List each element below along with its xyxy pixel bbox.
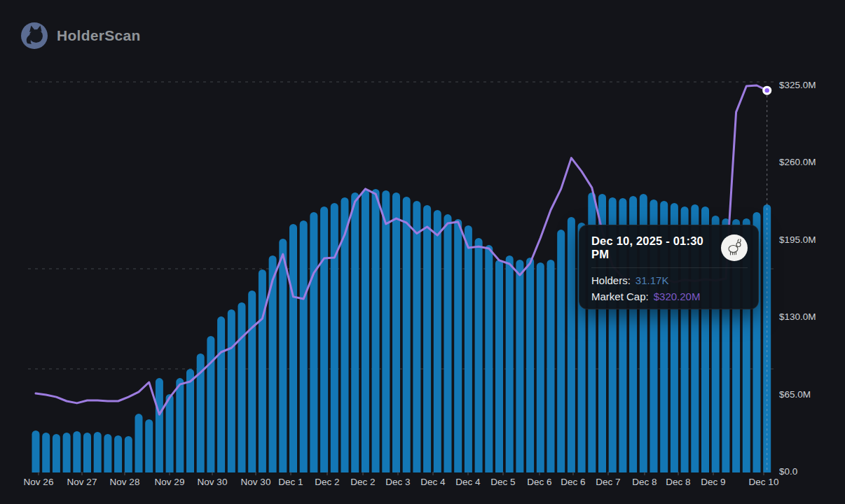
holders-bar[interactable] [526,258,534,478]
holders-bar[interactable] [434,210,441,478]
holders-bar[interactable] [279,239,287,478]
token-badge [721,234,748,261]
app-header: HolderScan [20,22,141,50]
holders-bar[interactable] [444,214,452,478]
holders-bar[interactable] [351,192,359,478]
holders-bar[interactable] [372,189,380,478]
holders-bar[interactable] [300,220,308,478]
x-axis-label: Dec 8 [632,477,657,487]
holders-bar[interactable] [475,238,483,478]
holders-bar[interactable] [135,414,143,478]
holders-bar[interactable] [289,224,297,478]
holders-bar[interactable] [73,431,81,478]
x-axis-label: Dec 10 [749,477,779,487]
holders-bar[interactable] [238,302,246,478]
x-axis-label: Dec 9 [701,477,725,487]
holders-bar[interactable] [217,316,225,478]
holders-bar[interactable] [259,270,266,478]
app-title: HolderScan [57,27,141,44]
holders-bar[interactable] [145,419,153,478]
y-axis-label: $260.0M [779,157,816,167]
holders-bar[interactable] [32,430,40,478]
holders-bar[interactable] [403,197,411,478]
holders-bar[interactable] [362,190,369,478]
holders-bar[interactable] [94,432,102,478]
holders-bar[interactable] [537,262,544,478]
holders-bar[interactable] [382,190,390,478]
tooltip-holders-row: Holders:31.17K [591,274,748,286]
x-axis-label: Dec 4 [455,477,481,487]
chart-tooltip: Dec 10, 2025 - 01:30 PM Holders:31.17K M… [579,225,759,309]
holders-bar[interactable] [176,378,184,478]
x-axis-label: Nov 26 [24,477,54,487]
holders-bar[interactable] [557,230,565,478]
tooltip-marketcap-row: Market Cap:$320.20M [591,290,748,302]
holders-bar[interactable] [125,436,132,478]
x-axis-label: Dec 7 [596,477,620,487]
holders-bar[interactable] [320,206,328,478]
holders-bar[interactable] [114,435,122,478]
x-axis-label: Nov 27 [67,477,97,487]
holders-bar[interactable] [568,217,575,478]
holders-bar[interactable] [228,309,235,478]
holders-bar[interactable] [423,205,431,478]
y-axis-label: $0.0 [779,466,797,477]
tooltip-holders-label: Holders: [591,274,631,286]
holders-bar[interactable] [547,260,555,478]
tooltip-marketcap-label: Market Cap: [591,290,649,302]
x-axis-label: Dec 5 [490,477,515,487]
holders-bar[interactable] [495,260,503,478]
holders-bar[interactable] [506,255,514,478]
holders-bar[interactable] [248,290,256,478]
holders-bar[interactable] [392,192,400,478]
x-axis-label: Nov 30 [198,477,228,487]
tooltip-marketcap-value: $320.20M [654,290,701,302]
y-axis-label: $325.0M [779,80,816,90]
holders-bar[interactable] [63,433,71,478]
tooltip-date: Dec 10, 2025 - 01:30 PM [591,234,721,261]
x-axis-label: Nov 28 [110,477,140,487]
y-axis-label: $130.0M [779,312,816,322]
highlight-dot-center [765,88,769,92]
y-axis-label: $65.0M [779,389,811,400]
x-axis-label: Dec 4 [420,477,446,487]
holders-bar[interactable] [166,394,174,478]
holders-bar[interactable] [186,369,194,478]
holders-bar[interactable] [413,201,420,478]
holders-bar[interactable] [42,433,50,478]
goat-doodle-icon [725,239,743,257]
x-axis-label: Dec 3 [385,477,410,487]
y-axis-label: $195.0M [779,234,816,245]
holders-bar[interactable] [207,336,214,478]
tooltip-divider [591,267,748,268]
x-axis-label: Dec 1 [278,477,303,487]
holders-bar[interactable] [53,434,60,478]
x-axis-label: Nov 30 [241,477,271,487]
holders-bar[interactable] [310,212,317,478]
holderscan-logo-icon [20,22,48,50]
x-axis-label: Dec 2 [350,477,375,487]
holders-bar[interactable] [485,245,493,478]
holders-bar[interactable] [104,434,111,478]
x-axis-label: Dec 6 [561,477,585,487]
holders-bar[interactable] [454,219,462,478]
x-axis-labels: Nov 26Nov 27Nov 28Nov 29Nov 30Nov 30Dec … [24,472,779,487]
x-axis-label: Dec 6 [527,477,551,487]
holders-bar[interactable] [516,260,523,478]
holders-bar[interactable] [331,203,338,478]
x-axis-label: Dec 8 [666,477,690,487]
y-axis-labels: $325.0M$260.0M$195.0M$130.0M$65.0M$0.0 [779,80,816,477]
x-axis-label: Dec 2 [315,477,339,487]
x-axis-label: Nov 29 [155,477,185,487]
holders-bar[interactable] [465,225,472,478]
tooltip-holders-value: 31.17K [636,274,669,286]
holders-bar[interactable] [156,378,163,478]
holders-bar[interactable] [83,433,91,478]
